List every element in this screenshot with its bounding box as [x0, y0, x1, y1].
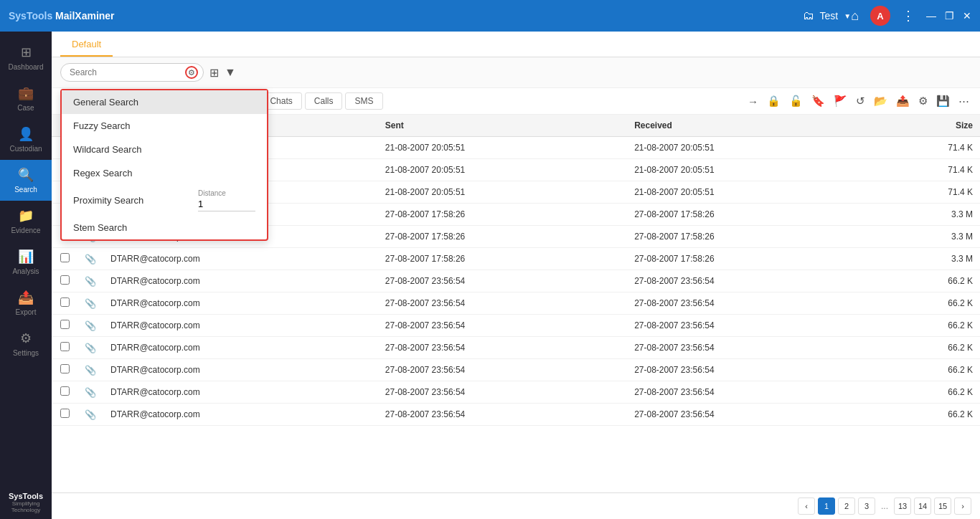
page-1-button[interactable]: 1 — [818, 497, 835, 515]
row-checkbox-cell — [52, 292, 77, 315]
sidebar-item-search[interactable]: 🔍 Search — [0, 160, 52, 201]
case-name: Test — [820, 10, 839, 22]
page-2-button[interactable]: 2 — [838, 497, 855, 515]
layout-toggle-icon[interactable]: ⊞ — [209, 66, 219, 80]
bookmark-icon[interactable]: 🔖 — [809, 92, 827, 110]
header-right: ⌂ A ⋮ — ❐ ✕ — [851, 6, 971, 26]
top-header: SysTools MailXaminer 🗂 Test ▼ ⌂ A ⋮ — ❐ … — [0, 0, 980, 32]
lock-icon[interactable]: 🔒 — [765, 92, 783, 110]
dropdown-general-search[interactable]: General Search — [62, 90, 267, 114]
unlock-icon[interactable]: 🔓 — [787, 92, 805, 110]
distance-label: Distance — [198, 189, 226, 197]
search-wrapper: ⚙ — [60, 63, 204, 82]
refresh-icon[interactable]: ↺ — [854, 92, 867, 110]
attachment-icon: 📎 — [85, 254, 96, 265]
row-size: 66.2 K — [876, 404, 980, 426]
tab-calls[interactable]: Calls — [305, 92, 343, 110]
row-checkbox-10[interactable] — [60, 364, 70, 373]
prev-page-button[interactable]: ‹ — [798, 497, 815, 515]
distance-input[interactable] — [198, 197, 255, 211]
folder-icon[interactable]: 📂 — [872, 92, 890, 110]
sidebar-item-label: Analysis — [12, 267, 39, 275]
row-attach-cell: 📎 — [77, 270, 103, 292]
more-toolbar-icon[interactable]: ⋯ — [956, 92, 971, 110]
row-checkbox-5[interactable] — [60, 253, 70, 262]
row-checkbox-cell — [52, 315, 77, 337]
case-dropdown[interactable]: ▼ — [844, 12, 851, 20]
save-icon[interactable]: 💾 — [934, 92, 952, 110]
sidebar-item-evidence[interactable]: 📁 Evidence — [0, 201, 52, 242]
row-checkbox-7[interactable] — [60, 297, 70, 307]
dropdown-stem-search[interactable]: Stem Search — [62, 216, 267, 239]
col-received: Received — [627, 115, 876, 137]
export-toolbar-icon[interactable]: 📤 — [894, 92, 912, 110]
row-from: DTARR@catocorp.com — [103, 315, 378, 337]
row-checkbox-12[interactable] — [60, 409, 70, 418]
page-15-button[interactable]: 15 — [934, 497, 951, 515]
page-3-button[interactable]: 3 — [858, 497, 875, 515]
row-sent: 27-08-2007 17:58:26 — [378, 248, 627, 270]
table-row: 📎 DTARR@catocorp.com 27-08-2007 23:56:54… — [52, 359, 980, 381]
case-sidebar-icon: 💼 — [18, 85, 34, 101]
row-sent: 27-08-2007 23:56:54 — [378, 381, 627, 404]
sidebar-item-label: Case — [17, 104, 34, 112]
row-sent: 27-08-2007 23:56:54 — [378, 359, 627, 381]
flag-icon[interactable]: 🚩 — [831, 92, 849, 110]
search-filter-bar: ⚙ ⊞ ▼ General Search Fuzzy Search Wildca… — [52, 57, 980, 88]
main-layout: ⊞ Dashboard 💼 Case 👤 Custodian 🔍 Search … — [0, 32, 980, 519]
forward-icon[interactable]: → — [745, 93, 760, 110]
close-button[interactable]: ✕ — [963, 10, 971, 22]
search-dropdown: General Search Fuzzy Search Wildcard Sea… — [60, 89, 268, 241]
row-checkbox-cell — [52, 381, 77, 404]
row-attach-cell: 📎 — [77, 359, 103, 381]
sidebar-item-label: Export — [16, 308, 37, 316]
export-icon: 📤 — [18, 290, 34, 305]
custodian-icon: 👤 — [18, 126, 34, 142]
dropdown-wildcard-search[interactable]: Wildcard Search — [62, 138, 267, 161]
sidebar-item-custodian[interactable]: 👤 Custodian — [0, 119, 52, 160]
more-icon[interactable]: ⋮ — [902, 8, 915, 24]
row-size: 66.2 K — [876, 359, 980, 381]
page-14-button[interactable]: 14 — [914, 497, 931, 515]
tab-sms[interactable]: SMS — [345, 92, 382, 110]
row-sent: 21-08-2007 20:05:51 — [378, 137, 627, 159]
row-attach-cell: 📎 — [77, 315, 103, 337]
minimize-button[interactable]: — — [926, 10, 936, 22]
sidebar-item-export[interactable]: 📤 Export — [0, 282, 52, 323]
row-received: 21-08-2007 20:05:51 — [627, 137, 876, 159]
row-checkbox-11[interactable] — [60, 386, 70, 396]
dropdown-fuzzy-search[interactable]: Fuzzy Search — [62, 114, 267, 138]
analysis-icon: 📊 — [18, 249, 34, 265]
home-icon[interactable]: ⌂ — [851, 9, 859, 24]
next-page-button[interactable]: › — [954, 497, 971, 515]
table-row: 📎 DTARR@catocorp.com 27-08-2007 23:56:54… — [52, 404, 980, 426]
row-received: 21-08-2007 20:05:51 — [627, 159, 876, 181]
sidebar-item-analysis[interactable]: 📊 Analysis — [0, 242, 52, 282]
sidebar-item-settings[interactable]: ⚙ Settings — [0, 323, 52, 364]
tab-default[interactable]: Default — [60, 33, 113, 57]
sidebar-item-case[interactable]: 💼 Case — [0, 78, 52, 119]
avatar[interactable]: A — [870, 6, 890, 26]
row-received: 27-08-2007 23:56:54 — [627, 404, 876, 426]
row-size: 71.4 K — [876, 137, 980, 159]
row-attach-cell: 📎 — [77, 381, 103, 404]
settings-toolbar-icon[interactable]: ⚙ — [916, 92, 930, 110]
filter-icon[interactable]: ▼ — [225, 66, 236, 79]
content-area: Default ⚙ ⊞ ▼ General Search Fuzzy Searc… — [52, 32, 980, 519]
maximize-button[interactable]: ❐ — [945, 10, 954, 22]
row-received: 27-08-2007 23:56:54 — [627, 270, 876, 292]
page-13-button[interactable]: 13 — [894, 497, 911, 515]
sidebar-item-label: Evidence — [11, 227, 40, 234]
sidebar-item-label: Settings — [13, 349, 39, 357]
row-size: 3.3 M — [876, 226, 980, 248]
dropdown-regex-search[interactable]: Regex Search — [62, 161, 267, 185]
row-checkbox-9[interactable] — [60, 342, 70, 351]
attachment-icon: 📎 — [85, 409, 96, 420]
search-input[interactable] — [60, 63, 204, 82]
search-gear-button[interactable]: ⚙ — [185, 66, 198, 79]
row-checkbox-6[interactable] — [60, 275, 70, 285]
row-checkbox-8[interactable] — [60, 320, 70, 329]
sidebar-item-dashboard[interactable]: ⊞ Dashboard — [0, 37, 52, 78]
row-size: 66.2 K — [876, 315, 980, 337]
dropdown-proximity-label[interactable]: Proximity Search — [73, 195, 189, 206]
